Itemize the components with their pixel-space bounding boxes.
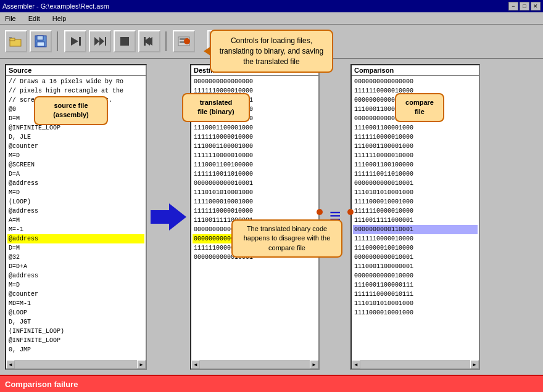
dest-line: 1111110000010000 <box>193 206 317 216</box>
source-line: @32 <box>7 253 144 262</box>
svg-rect-7 <box>79 37 81 46</box>
compare-line: 1111110000010111 <box>353 290 478 299</box>
dest-line: 1110101010001000 <box>193 188 317 197</box>
compare-connector-dot <box>347 209 354 215</box>
compare-scroll-left[interactable]: ◀ <box>352 360 360 369</box>
source-annotation: source file(assembly) <box>34 96 108 125</box>
svg-rect-5 <box>37 42 44 46</box>
toolbar-separator-1 <box>57 31 59 51</box>
dest-scroll-right[interactable]: ▶ <box>310 360 318 369</box>
dest-line: 1111110011010000 <box>193 169 317 179</box>
dest-line: 1110001100100000 <box>193 160 317 169</box>
source-line: MD=M-1 <box>7 299 144 308</box>
menu-bar: File Edit Help <box>0 12 543 25</box>
compare-line: 1111110000010000 <box>353 234 478 243</box>
dest-connector-dot <box>317 209 323 215</box>
compare-line: 1110011111000001 <box>353 216 478 225</box>
close-button[interactable]: ✕ <box>531 2 541 10</box>
status-bar: Comparison failure <box>0 375 543 392</box>
source-line: D, JGT <box>7 317 144 327</box>
source-scroll-left[interactable]: ◀ <box>6 360 15 369</box>
source-line: D=D+A <box>7 262 144 271</box>
comparison-panel-header: Comparison <box>352 65 479 76</box>
window-title: Assembler - G:\examples\Rect.asm <box>2 2 109 10</box>
compare-line: 0000000000010000 <box>353 271 478 280</box>
compare-line: 1110000010010000 <box>353 243 478 253</box>
svg-rect-2 <box>9 37 12 38</box>
toolbar: Controls for loading files, translating … <box>0 25 543 59</box>
compare-line: 0000000000010001 <box>353 253 478 262</box>
status-text: Comparison failure <box>5 380 78 389</box>
source-line: A=M <box>7 216 144 225</box>
dest-hscroll[interactable]: ◀ ▶ <box>191 360 318 369</box>
source-line: // pixels high rectangle at the <box>7 86 144 96</box>
save-button[interactable] <box>30 30 52 52</box>
toolbar-tooltip: Controls for loading files, translating … <box>210 30 333 73</box>
compare-line: 1111110000010000 <box>353 133 478 142</box>
source-line: D, JLE <box>7 133 144 142</box>
compare-line: 0000000000010001 <box>353 179 478 188</box>
source-hscroll[interactable]: ◀ ▶ <box>6 360 146 369</box>
dest-line: 1110001100001000 <box>193 142 317 151</box>
maximize-button[interactable]: □ <box>520 2 529 10</box>
source-line: @SCREEN <box>7 160 144 169</box>
source-line: @address <box>7 271 144 280</box>
compare-line: 1111110011010000 <box>353 169 478 179</box>
dest-line: 1111000010001000 <box>193 197 317 206</box>
source-line: D=A <box>7 169 144 179</box>
source-line: @address <box>7 234 144 243</box>
svg-rect-4 <box>37 36 43 40</box>
source-line: (INFINITE_LOOP) <box>7 327 144 336</box>
source-line: (LOOP) <box>7 197 144 206</box>
minimize-button[interactable]: − <box>508 2 518 10</box>
title-bar: Assembler - G:\examples\Rect.asm − □ ✕ <box>0 0 543 12</box>
source-line: @address <box>7 206 144 216</box>
source-line: M=D <box>7 151 144 160</box>
menu-edit[interactable]: Edit <box>26 14 43 23</box>
compare-annotation: comparefile <box>395 93 444 122</box>
source-line: M=-1 <box>7 225 144 234</box>
stop-button[interactable] <box>114 30 136 52</box>
svg-marker-6 <box>71 37 78 46</box>
compare-line: 1110001100001000 <box>353 142 478 151</box>
dest-scroll-track[interactable] <box>200 360 310 369</box>
compare-scroll-right[interactable]: ▶ <box>470 360 479 369</box>
open-button[interactable] <box>5 30 27 52</box>
disagree-annotation: The translated binary code happens to di… <box>231 219 342 258</box>
source-scroll-right[interactable]: ▶ <box>137 360 146 369</box>
source-line: M=D <box>7 280 144 290</box>
source-line: // Draws a 16 pixels wide by Ro <box>7 77 144 86</box>
menu-file[interactable]: File <box>2 14 19 23</box>
dest-line: 1111110000010000 <box>193 151 317 160</box>
source-scroll-track[interactable] <box>15 360 137 369</box>
compare-line: 1110001100000001 <box>353 262 478 271</box>
source-line: 0, JMP <box>7 345 144 354</box>
source-line: @INFINITE_LOOP <box>7 336 144 345</box>
svg-rect-10 <box>105 37 106 46</box>
equal-area: ≡ <box>320 64 350 370</box>
step-forward-button[interactable] <box>64 30 86 52</box>
dest-line: 0000000000010001 <box>193 179 317 188</box>
compare-line: 0000000000000000 <box>353 77 478 86</box>
menu-help[interactable]: Help <box>50 14 69 23</box>
compare-hscroll[interactable]: ◀ ▶ <box>352 360 479 369</box>
compare-line: 1111110000010000 <box>353 206 478 216</box>
dest-scroll-left[interactable]: ◀ <box>191 360 200 369</box>
source-line: D=M <box>7 243 144 253</box>
compare-line: 1110001100001000 <box>353 123 478 133</box>
source-line: @address <box>7 179 144 188</box>
toolbar-connector-dot <box>184 38 190 44</box>
source-line: @counter <box>7 142 144 151</box>
compare-line: 1111110000010000 <box>353 151 478 160</box>
window-controls[interactable]: − □ ✕ <box>508 2 541 10</box>
compare-line: 1110101010001000 <box>353 299 478 308</box>
rewind-button[interactable] <box>138 30 160 52</box>
svg-rect-11 <box>120 37 129 46</box>
dest-line: 1110001100001000 <box>193 123 317 133</box>
dest-line: 0000000000000000 <box>193 77 317 86</box>
dest-annotation: translatedfile (binary) <box>182 93 250 122</box>
source-panel-header: Source <box>6 65 146 76</box>
main-content: Source // Draws a 16 pixels wide by Ro//… <box>0 59 543 375</box>
fast-forward-button[interactable] <box>89 30 111 52</box>
compare-scroll-track[interactable] <box>360 360 470 369</box>
